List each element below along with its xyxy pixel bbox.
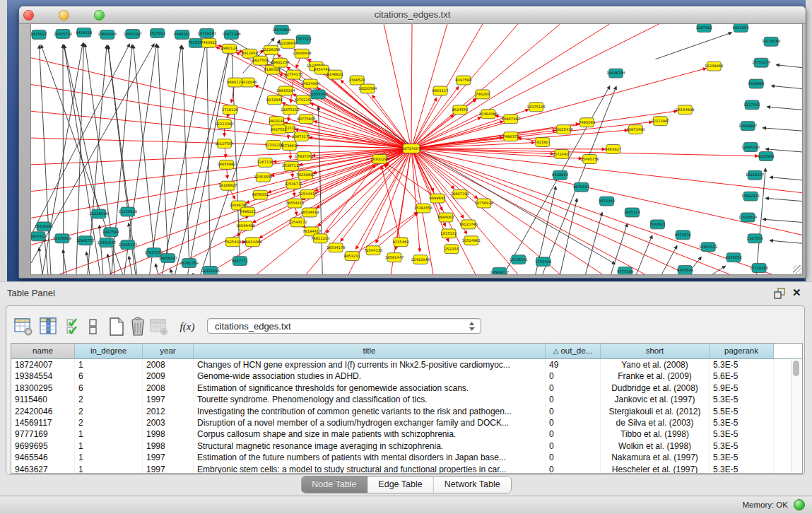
- graph-node[interactable]: 16107554: [215, 139, 233, 148]
- graph-node[interactable]: 9463627: [605, 145, 621, 154]
- graph-node[interactable]: 7485063: [579, 118, 595, 127]
- graph-node[interactable]: 10719193: [197, 28, 216, 37]
- window-resize-grip[interactable]: [793, 265, 804, 276]
- network-canvas[interactable]: 9415927240557148419528236914061065328715…: [30, 23, 803, 275]
- tab-network-table[interactable]: Network Table: [434, 477, 511, 493]
- graph-node[interactable]: 16154808: [676, 105, 694, 115]
- graph-edge[interactable]: [411, 24, 483, 148]
- graph-node[interactable]: 1733426: [535, 257, 551, 267]
- graph-node[interactable]: 12444190: [741, 143, 760, 152]
- graph-node[interactable]: 1568520: [349, 76, 365, 85]
- graph-node[interactable]: 2803144: [269, 117, 285, 126]
- graph-edge[interactable]: [384, 164, 423, 208]
- graph-node[interactable]: 14671388: [222, 30, 240, 39]
- graph-edge[interactable]: [411, 148, 420, 252]
- graph-edge[interactable]: [382, 166, 401, 243]
- graph-edge[interactable]: [411, 148, 454, 189]
- table-selector-dropdown[interactable]: citations_edges.txt: [207, 318, 481, 334]
- new-column-icon[interactable]: [107, 316, 128, 337]
- scrollbar-thumb[interactable]: [793, 361, 799, 376]
- graph-edge[interactable]: [661, 245, 677, 274]
- graph-edge[interactable]: [45, 238, 48, 274]
- graph-node[interactable]: 2718126: [222, 105, 238, 115]
- graph-node[interactable]: 5498222: [240, 207, 256, 216]
- graph-node[interactable]: 12375115: [527, 103, 546, 112]
- graph-node[interactable]: 20673177: [292, 132, 310, 141]
- graph-node[interactable]: 18300295: [370, 154, 389, 163]
- column-visibility-icon[interactable]: [39, 316, 60, 337]
- graph-node[interactable]: 18724007: [402, 144, 420, 153]
- graph-node[interactable]: 20364486: [479, 110, 498, 119]
- graph-node[interactable]: 79239992: [296, 170, 314, 180]
- graph-node[interactable]: 18220584: [358, 84, 377, 93]
- graph-node[interactable]: 7486372: [502, 132, 519, 141]
- graph-node[interactable]: 9684067: [437, 213, 454, 222]
- graph-edge[interactable]: [31, 44, 130, 235]
- table-settings-icon[interactable]: [13, 316, 35, 337]
- graph-node[interactable]: 9699695: [429, 194, 445, 203]
- graph-node[interactable]: 16958167: [158, 254, 177, 263]
- graph-node[interactable]: 2935114: [624, 208, 640, 217]
- graph-edge[interactable]: [411, 148, 603, 274]
- graph-node[interactable]: 746266: [476, 90, 490, 99]
- graph-edge[interactable]: [776, 65, 802, 68]
- column-header-year[interactable]: year: [143, 344, 194, 358]
- row-selection-icon[interactable]: [66, 316, 81, 337]
- graph-node[interactable]: 42752152: [294, 95, 312, 105]
- graph-node[interactable]: 9146821: [327, 70, 343, 79]
- graph-edge[interactable]: [756, 168, 765, 274]
- graph-edge[interactable]: [655, 33, 731, 59]
- graph-node[interactable]: 19654982: [217, 160, 235, 169]
- graph-node[interactable]: 8938923: [552, 170, 568, 180]
- graph-node[interactable]: 12156829: [53, 234, 71, 243]
- graph-node[interactable]: 16601234: [271, 58, 289, 67]
- graph-node[interactable]: 7357214: [295, 35, 312, 44]
- table-row[interactable]: 946362711997Embryonic stem cells: a mode…: [11, 464, 802, 474]
- graph-node[interactable]: 16534419: [300, 208, 319, 217]
- graph-node[interactable]: 12942757: [76, 236, 95, 245]
- graph-node[interactable]: 10807487: [502, 115, 520, 124]
- graph-node[interactable]: 16591447: [385, 253, 404, 262]
- graph-node[interactable]: 9777169: [617, 267, 633, 274]
- graph-node[interactable]: 16914469: [243, 238, 261, 247]
- graph-node[interactable]: 16534178: [326, 243, 345, 252]
- graph-node[interactable]: 16033809: [272, 25, 290, 34]
- graph-edge[interactable]: [636, 235, 652, 274]
- graph-node[interactable]: 8427552: [271, 125, 287, 134]
- graph-edge[interactable]: [107, 254, 111, 274]
- graph-node[interactable]: 8471676: [675, 230, 691, 240]
- graph-node[interactable]: 10756928: [475, 199, 493, 208]
- graph-node[interactable]: 72544417: [298, 189, 317, 199]
- graph-node[interactable]: 15892971: [741, 192, 760, 201]
- graph-node[interactable]: 12754175: [284, 70, 302, 79]
- graph-node[interactable]: 8960124: [221, 44, 237, 53]
- table-row[interactable]: 977716911998Corpus callosum shape and si…: [11, 428, 802, 440]
- graph-node[interactable]: 16435061: [35, 222, 53, 231]
- graph-node[interactable]: 15384554: [414, 204, 433, 213]
- table-row[interactable]: 1872400712008Changes of HCN gene express…: [11, 359, 802, 370]
- graph-edge[interactable]: [411, 148, 687, 274]
- column-header-pagerank[interactable]: pagerank: [710, 344, 774, 358]
- graph-node[interactable]: 9853231: [344, 252, 360, 261]
- graph-edge[interactable]: [362, 86, 411, 148]
- graph-edge[interactable]: [411, 24, 412, 148]
- graph-node[interactable]: 9227342: [744, 100, 760, 110]
- graph-node[interactable]: 10025418: [554, 125, 572, 134]
- graph-node[interactable]: 12536711: [284, 180, 302, 189]
- graph-node[interactable]: 12213364: [215, 119, 233, 129]
- graph-node[interactable]: 8813054: [733, 24, 749, 32]
- table-row[interactable]: 1456911722003Disruption of a novel membe…: [11, 417, 802, 428]
- graph-node[interactable]: 252254: [445, 245, 459, 254]
- graph-node[interactable]: 7632621: [649, 220, 666, 229]
- graph-node[interactable]: 2087682: [696, 24, 712, 32]
- graph-node[interactable]: 8878332: [252, 190, 269, 199]
- graph-edge[interactable]: [39, 247, 42, 274]
- graph-node[interactable]: 1167533: [747, 234, 763, 243]
- table-row[interactable]: 946554611997Estimation of the future num…: [11, 452, 802, 463]
- graph-node[interactable]: 16120746: [459, 220, 478, 229]
- delete-table-icon[interactable]: [149, 316, 170, 337]
- graph-node[interactable]: 15716485: [750, 264, 768, 273]
- tab-node-table[interactable]: Node Table: [301, 477, 367, 493]
- graph-node[interactable]: 72544172: [288, 218, 307, 227]
- graph-node[interactable]: 19815164: [276, 86, 295, 95]
